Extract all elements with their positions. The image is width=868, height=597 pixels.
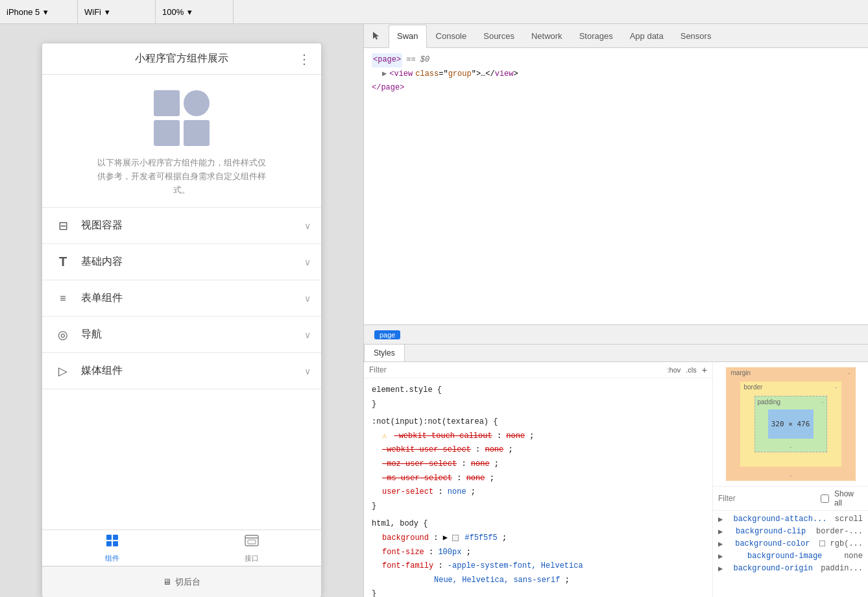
css-selector-html-body: html, body { (372, 519, 428, 528)
views-label: 视图容器 (81, 219, 304, 232)
prop-expand-bg-clip[interactable]: ▶ (718, 527, 723, 537)
media-icon: ▷ (53, 361, 73, 382)
prop-expand-bg-image[interactable]: ▶ (718, 552, 723, 561)
dom-line-2: ▶ <view class =" group ">…</ view > (382, 67, 860, 82)
tab-styles[interactable]: Styles (364, 345, 405, 361)
menu-item-basic[interactable]: T 基础内容 ∨ (42, 244, 321, 280)
padding-box: padding - 320 × 476 - (754, 396, 827, 452)
phone-title: 小程序官方组件展示 (135, 52, 228, 66)
dom-panel: <page> == $0 ▶ <view class =" group ">…<… (364, 48, 868, 324)
hero-icon-grid (154, 90, 210, 146)
computed-props-list: ▶ background-attach... scroll ▶ backgrou… (713, 511, 868, 597)
form-icon: ≡ (53, 288, 73, 309)
phone-frame: 小程序官方组件展示 ⋮ 以下将展示小程序官方组件能力，组件样式仅供参考，开发者可… (42, 43, 321, 597)
tab-storages[interactable]: Storages (572, 24, 621, 47)
devtools-bottom: page Styles :hov .cls + (364, 324, 868, 597)
margin-label: margin (731, 369, 751, 376)
tab-appdata[interactable]: App data (622, 24, 671, 47)
phone-menu-icon[interactable]: ⋮ (298, 51, 311, 67)
nav-icon: ◎ (53, 324, 73, 345)
top-toolbar: iPhone 5 ▾ WiFi ▾ 100% ▾ (0, 0, 868, 24)
zoom-selector[interactable]: 100% ▾ (156, 0, 234, 23)
components-tab-icon (104, 533, 120, 552)
hero-icon-square-3 (184, 120, 210, 146)
main-layout: 小程序官方组件展示 ⋮ 以下将展示小程序官方组件能力，组件样式仅供参考，开发者可… (0, 24, 868, 597)
computed-color-swatch (819, 541, 825, 546)
dom-line-3: </page> (372, 81, 860, 95)
computed-filter-input[interactable] (718, 494, 815, 503)
css-selector-not: :not(input):not(textarea) { (372, 417, 498, 426)
add-style-button[interactable]: + (702, 365, 707, 375)
box-model-diagram: margin - - border - padding (726, 367, 856, 481)
monitor-icon: 🖥 (163, 577, 171, 587)
computed-row-bg-clip: ▶ background-clip border-... (718, 526, 863, 538)
tab-network[interactable]: Network (524, 24, 570, 47)
menu-item-media[interactable]: ▷ 媒体组件 ∨ (42, 353, 321, 389)
padding-label: padding (758, 398, 781, 406)
device-selector[interactable]: iPhone 5 ▾ (0, 0, 78, 23)
network-selector[interactable]: WiFi ▾ (78, 0, 156, 23)
css-filter-input[interactable] (369, 365, 662, 374)
menu-item-form[interactable]: ≡ 表单组件 ∨ (42, 280, 321, 317)
phone-menu-list: ⊟ 视图容器 ∨ T 基础内容 ∨ ≡ 表单组件 ∨ ◎ 导航 ∨ (42, 208, 321, 530)
left-panel: 小程序官方组件展示 ⋮ 以下将展示小程序官方组件能力，组件样式仅供参考，开发者可… (0, 24, 363, 597)
svg-rect-0 (106, 535, 112, 540)
computed-filter-bar: Show all (713, 487, 868, 511)
tab-sources[interactable]: Sources (476, 24, 522, 47)
menu-item-nav[interactable]: ◎ 导航 ∨ (42, 317, 321, 353)
box-model-section: margin - - border - padding (713, 362, 868, 487)
tab-components[interactable]: 组件 (42, 530, 182, 566)
css-rule-html-body: html, body { background : ▶ #f5f5f5 ; fo (372, 517, 705, 597)
tab-api[interactable]: 接口 (182, 530, 321, 566)
views-chevron-icon: ∨ (304, 221, 311, 231)
menu-item-views[interactable]: ⊟ 视图容器 ∨ (42, 208, 321, 244)
cls-button[interactable]: .cls (686, 366, 697, 374)
svg-rect-6 (248, 540, 256, 544)
tab-swan[interactable]: Swan (389, 25, 427, 48)
hov-button[interactable]: :hov (668, 366, 681, 374)
svg-rect-1 (113, 535, 118, 540)
styles-tabs: Styles (364, 345, 868, 362)
phone-bottom-bar[interactable]: 🖥 切后台 (42, 566, 321, 597)
breadcrumb-page-badge[interactable]: page (374, 330, 400, 339)
right-properties-panel: margin - - border - padding (712, 362, 868, 597)
prop-expand-bg-origin[interactable]: ▶ (718, 564, 723, 574)
basic-icon: T (53, 252, 73, 273)
network-chevron-icon: ▾ (105, 7, 110, 17)
hero-icon-square-1 (154, 90, 180, 116)
css-rule-not-input: :not(input):not(textarea) { ⚠ -webkit-to… (372, 415, 705, 513)
element-breadcrumb: page (364, 325, 868, 345)
svg-rect-4 (245, 535, 258, 546)
prop-expand-bg-attach[interactable]: ▶ (718, 515, 723, 524)
dom-expand-icon[interactable]: ▶ (382, 67, 387, 82)
show-all-checkbox[interactable] (821, 494, 829, 503)
media-label: 媒体组件 (81, 364, 304, 378)
border-dash: - (835, 384, 837, 391)
tab-console[interactable]: Console (428, 24, 475, 47)
nav-chevron-icon: ∨ (304, 330, 311, 340)
dom-page-badge[interactable]: <page> (372, 53, 402, 67)
css-selector-element: element.style { (372, 385, 442, 395)
padding-dash: - (821, 398, 823, 406)
phone-hero: 以下将展示小程序官方组件能力，组件样式仅供参考，开发者可根据自身需求自定义组件样… (42, 75, 321, 208)
views-icon: ⊟ (53, 215, 73, 236)
padding-dash-bottom: - (790, 443, 791, 450)
bottom-bar-label: 切后台 (175, 576, 200, 588)
basic-label: 基础内容 (81, 255, 304, 269)
computed-row-bg-attach: ▶ background-attach... scroll (718, 513, 863, 526)
svg-rect-3 (113, 541, 118, 546)
form-chevron-icon: ∨ (304, 293, 311, 304)
hero-icon-square-2 (154, 120, 180, 146)
zoom-label: 100% (162, 7, 184, 17)
cursor-icon[interactable] (369, 29, 382, 42)
right-panel: Swan Console Sources Network Storages Ap… (363, 24, 868, 597)
hero-icon-circle (184, 90, 210, 116)
tab-sensors[interactable]: Sensors (673, 24, 719, 47)
content-box: 320 × 476 (768, 409, 814, 439)
show-all-label: Show all (834, 489, 863, 507)
computed-row-bg-origin: ▶ background-origin paddin... (718, 563, 863, 575)
device-label: iPhone 5 (6, 7, 40, 17)
margin-dash-top-right: - (848, 369, 850, 376)
prop-expand-bg-color[interactable]: ▶ (718, 539, 723, 549)
margin-dash-bottom: - (790, 472, 791, 479)
